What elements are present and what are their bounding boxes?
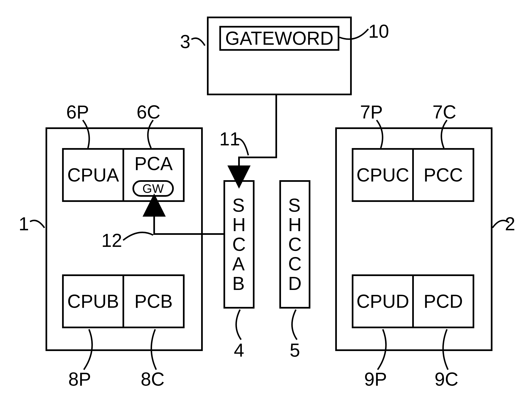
pcD-label: PCD [423,291,463,312]
lead-12 [122,232,155,248]
gateword-label: GATEWORD [225,28,333,49]
lead-6C [145,120,161,149]
pcA-label: PCA [134,153,173,174]
shccd-label: S H C C D [288,196,302,293]
ref-6C: 6C [137,101,160,123]
lead-3 [190,35,209,54]
cpuB-box: CPUB [62,274,124,328]
shccd-box: S H C C D [279,180,310,309]
lead-11 [234,137,253,157]
ref-7C: 7C [432,101,456,123]
ref-8P: 8P [68,369,91,390]
lead-7P [372,120,389,149]
ref-1: 1 [19,213,29,235]
ref-9C: 9C [435,369,458,390]
cpuB-label: CPUB [67,291,119,312]
ref-5: 5 [290,340,300,361]
pcB-box: PCB [122,274,185,328]
lead-10 [339,27,370,46]
cpuD-box: CPUD [352,274,414,328]
gw-label: GW [142,181,164,196]
ref-6P: 6P [66,101,89,123]
lead-8C [149,329,166,371]
lead-1 [29,217,48,236]
lead-9C [441,329,457,371]
pcC-box: PCC [412,148,474,202]
ref-3: 3 [180,31,190,52]
gateword-box: GATEWORD [219,26,339,51]
diagram-stage: GATEWORD 3 10 CPUA PCA GW CPUB PCB 1 6P … [0,0,532,397]
cpuD-label: CPUD [356,291,409,312]
shcab-box: S H C A B [224,180,254,309]
cpuC-box: CPUC [352,148,414,202]
ref-10: 10 [368,21,389,42]
ref-9P: 9P [364,369,387,390]
ref-8C: 8C [141,369,164,390]
pcB-label: PCB [134,291,173,312]
ref-7P: 7P [360,101,383,123]
ref-4: 4 [234,340,244,361]
ref-12: 12 [101,230,122,251]
cpuA-label: CPUA [67,164,119,186]
gw-pill: GW [133,180,174,197]
cpuC-label: CPUC [356,164,409,186]
lead-5 [290,310,306,341]
cpuA-box: CPUA [62,148,124,202]
lead-4 [234,310,250,341]
shcab-label: S H C A B [232,196,246,293]
lead-7C [439,120,455,149]
lead-8P [83,329,99,371]
lead-9P [377,329,393,371]
pcD-box: PCD [412,274,474,328]
pcC-label: PCC [423,164,463,186]
lead-2 [492,217,511,236]
arrow-12 [151,202,225,239]
lead-6P [81,120,97,149]
